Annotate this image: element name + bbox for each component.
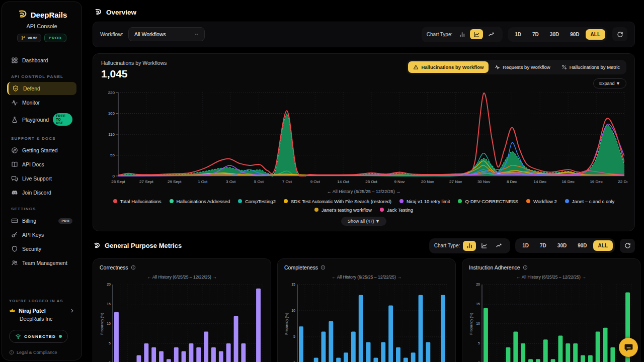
legend-item-niraj-v1-10-retry-limit[interactable]: Niraj v1 10 retry limit xyxy=(399,199,450,204)
workflow-label: Workflow: xyxy=(100,31,123,37)
range-all-button[interactable]: ALL xyxy=(586,29,605,40)
wifi-icon xyxy=(15,333,21,339)
range-90d-button[interactable]: 90D xyxy=(573,240,592,251)
tab-hallucinations-by-workflow[interactable]: Hallucinations by Workflow xyxy=(408,61,489,73)
deeprails-logo-icon xyxy=(17,9,28,20)
legend-item-workflow-2[interactable]: Workflow 2 xyxy=(526,199,557,204)
pulse-icon xyxy=(495,64,500,70)
refresh-button[interactable] xyxy=(620,239,635,253)
info-icon[interactable] xyxy=(131,265,136,270)
legend-dot xyxy=(565,199,569,203)
svg-text:20 Nov: 20 Nov xyxy=(421,179,434,184)
svg-text:8 Dec: 8 Dec xyxy=(507,179,517,184)
info-icon[interactable] xyxy=(523,265,528,270)
svg-text:16 Dec: 16 Dec xyxy=(562,179,575,184)
svg-text:9 Oct: 9 Oct xyxy=(310,179,320,184)
svg-text:19 Dec: 19 Dec xyxy=(590,179,602,184)
svg-text:55: 55 xyxy=(110,153,115,157)
chevron-down-icon xyxy=(194,32,199,37)
svg-text:14 Dec: 14 Dec xyxy=(534,179,546,184)
chat-icon xyxy=(11,175,18,182)
flask-icon xyxy=(11,116,18,123)
legend-item-hallucinations-addressed[interactable]: Hallucinations Addressed xyxy=(170,199,230,204)
sidebar-item-defend[interactable]: Defend xyxy=(7,82,76,95)
svg-text:5: 5 xyxy=(478,341,480,345)
shield-icon xyxy=(11,245,18,252)
svg-text:15: 15 xyxy=(476,302,480,306)
workflow-select[interactable]: All Workflows xyxy=(128,27,205,41)
chart-type-area-button[interactable] xyxy=(477,241,491,251)
legend-item-janet-c-and-c-only[interactable]: Janet – c and c only xyxy=(565,199,615,204)
legend-item-sdk-test-automatic-with-file-search-restored[interactable]: SDK Test Automatic With File Search (res… xyxy=(284,199,391,204)
legend-dot xyxy=(314,208,318,212)
svg-text:27 Nov: 27 Nov xyxy=(449,179,462,184)
svg-text:Frequency (%): Frequency (%) xyxy=(469,313,473,334)
chat-fab-button[interactable] xyxy=(619,338,638,357)
sidebar-item-monitor[interactable]: Monitor xyxy=(7,96,76,109)
range-group-halluc: 1D7D30D90DALL xyxy=(508,27,607,42)
user-row[interactable]: Niraj Patel xyxy=(9,307,74,314)
metric-cards-row: Correctness← All History (6/25/25 – 12/2… xyxy=(93,258,635,362)
legend-item-q-dev-correctness[interactable]: Q-DEV-CORRECTNESS xyxy=(458,199,518,204)
sidebar-item-dashboard[interactable]: Dashboard xyxy=(7,54,76,67)
chart-type-bar-button[interactable] xyxy=(463,241,476,251)
warning-icon xyxy=(413,64,419,70)
legend-item-total-hallucinations[interactable]: Total Hallucinations xyxy=(113,199,162,204)
legend-item-comptesting2[interactable]: CompTesting2 xyxy=(238,199,276,204)
range-7d-button[interactable]: 7D xyxy=(527,29,544,40)
chart-type-line-button[interactable] xyxy=(492,241,505,251)
sidebar-item-billing[interactable]: BillingPRO xyxy=(7,214,76,227)
user-name: Niraj Patel xyxy=(19,308,46,314)
sidebar-item-getting-started[interactable]: Getting Started xyxy=(7,144,76,157)
expand-button[interactable]: Expand ▼ xyxy=(593,78,626,88)
sidebar-item-join-discord[interactable]: Join Discord xyxy=(7,186,76,199)
range-all-button[interactable]: ALL xyxy=(593,240,613,251)
tab-requests-by-workflow[interactable]: Requests by Workflow xyxy=(490,61,555,73)
hallucinations-total: 1,045 xyxy=(101,68,167,80)
range-30d-button[interactable]: 30D xyxy=(545,29,564,40)
legend-dot xyxy=(526,199,530,203)
hallucinations-panel: Hallucinations by Workflows 1,045 Halluc… xyxy=(93,53,635,231)
sidebar-item-security[interactable]: Security xyxy=(7,242,76,255)
svg-text:220: 220 xyxy=(108,90,115,95)
metric-card-completeness: Completeness← All History (6/25/25 – 12/… xyxy=(277,258,456,362)
nav-section-settings: SETTINGS xyxy=(11,207,72,211)
show-all-button[interactable]: Show all (47) ▼ xyxy=(341,217,386,226)
sidebar-item-live-support[interactable]: Live Support xyxy=(7,172,76,185)
sidebar-item-team-management[interactable]: Team Management xyxy=(7,256,76,269)
info-icon[interactable] xyxy=(320,265,326,270)
range-90d-button[interactable]: 90D xyxy=(565,29,584,40)
range-30d-button[interactable]: 30D xyxy=(552,240,572,251)
chart-type-area-button[interactable] xyxy=(470,29,483,39)
deeprails-mark-icon xyxy=(94,8,102,17)
svg-text:Frequency (%): Frequency (%) xyxy=(100,313,104,334)
range-1d-button[interactable]: 1D xyxy=(510,29,526,40)
completeness-chart: 0510150510152025303540455055606570758085… xyxy=(284,282,449,362)
chart-type-line-button[interactable] xyxy=(485,29,498,39)
chart-type-bar-button[interactable] xyxy=(455,29,468,39)
sidebar-item-api-keys[interactable]: API Keys xyxy=(7,228,76,241)
range-7d-button[interactable]: 7D xyxy=(535,240,551,251)
metric-icon xyxy=(561,64,567,70)
svg-text:3 Oct: 3 Oct xyxy=(226,179,236,184)
brand-subtitle: API Console xyxy=(7,23,76,29)
svg-text:Frequency (%): Frequency (%) xyxy=(285,313,289,334)
refresh-button[interactable] xyxy=(612,27,627,41)
chevron-right-icon xyxy=(69,308,74,313)
sidebar-item-api-docs[interactable]: API Docs xyxy=(7,158,76,171)
deeprails-mark-icon xyxy=(93,242,101,250)
range-1d-button[interactable]: 1D xyxy=(517,240,534,251)
instruction-adherence-chart: 0510152005101520253035404550556065707580… xyxy=(469,282,633,362)
compass-icon xyxy=(11,147,18,154)
legal-compliance-link[interactable]: Legal & Compliance xyxy=(9,350,74,355)
sidebar: DeepRails API Console v0.52 PROD Dashboa… xyxy=(2,2,82,360)
legend-item-jack-testing[interactable]: Jack Testing xyxy=(380,207,413,213)
svg-text:15: 15 xyxy=(107,302,111,306)
sidebar-item-playground[interactable]: PlaygroundFREE TO USE xyxy=(7,110,76,129)
crown-icon xyxy=(9,307,16,314)
tab-hallucinations-by-metric[interactable]: Hallucinations by Metric xyxy=(556,61,625,73)
activity-icon xyxy=(11,99,18,106)
key-icon xyxy=(11,231,18,238)
legend-item-janet-s-testing-workflow[interactable]: Janet's testing workflow xyxy=(314,207,372,213)
svg-text:5: 5 xyxy=(109,341,111,345)
